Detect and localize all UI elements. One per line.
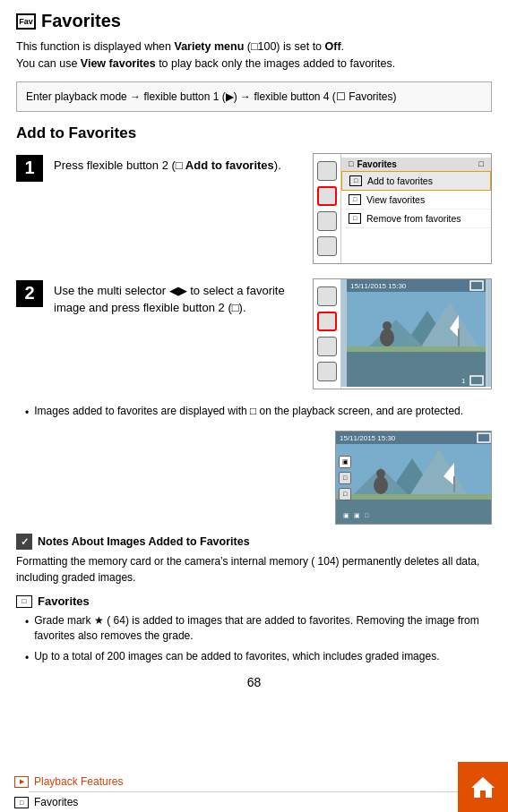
step-1-image: □ Favorites □ □ Add to favorites □ View … — [313, 153, 492, 264]
menu-item-remove-favorites: □ Remove from favorites — [341, 209, 491, 228]
home-icon — [469, 774, 496, 800]
menu-corner-icon: □ — [479, 159, 484, 168]
menu-header: □ Favorites □ — [341, 158, 491, 171]
bullet-text-1: Images added to favorites are displayed … — [34, 404, 463, 421]
menu-item-view-favorites: □ View favorites — [341, 191, 491, 209]
footer-playback-label: Playback Features — [34, 775, 123, 788]
step-2-text: Use the multi selector ◀▶ to select a fa… — [54, 278, 302, 317]
bullet-dot-1: • — [25, 406, 29, 421]
svg-point-23 — [374, 476, 388, 494]
second-sidebar-btn-1: ▣ — [339, 456, 351, 468]
svg-marker-31 — [471, 777, 495, 798]
fav-header: □ Favorites — [16, 594, 492, 608]
svg-point-8 — [380, 329, 394, 346]
svg-point-24 — [376, 469, 385, 478]
section-title-add-to-favorites: Add to Favorites — [16, 124, 492, 142]
bullet-section-1: • Images added to favorites are displaye… — [16, 404, 492, 421]
notes-text: Formatting the memory card or the camera… — [16, 553, 492, 585]
footer-nav: ▶ Playback Features □ Favorites — [0, 770, 508, 812]
camera-buttons-step2 — [314, 279, 340, 389]
fav-icon-box: □ — [16, 595, 32, 608]
svg-rect-6 — [458, 329, 460, 346]
svg-point-9 — [383, 321, 392, 330]
bullet-item-1: • Images added to favorites are displaye… — [25, 404, 492, 421]
second-sidebar-icons: ▣ □ □ — [339, 456, 351, 500]
page-header: Fav Favorites — [16, 11, 492, 31]
menu-add-icon: □ — [349, 175, 362, 186]
favorites-subsection: □ Favorites • Grade mark ★ ( 64) is adde… — [16, 594, 492, 665]
second-image-container: ▣ □ □ 15/11/2015 15:30 — [16, 431, 492, 525]
svg-text:▣: ▣ — [354, 512, 360, 518]
cam-btn-s2-3 — [317, 337, 337, 356]
fav-bullet-text-2: Up to a total of 200 images can be added… — [34, 649, 439, 666]
svg-text:1: 1 — [461, 377, 466, 385]
header-icon: Fav — [16, 13, 36, 30]
intro-text: This function is displayed when Variety … — [16, 38, 492, 73]
notes-box: ✓ Notes About Images Added to Favorites … — [16, 534, 492, 585]
menu-remove-icon: □ — [349, 213, 361, 224]
second-screen: ▣ □ □ 15/11/2015 15:30 — [335, 431, 492, 525]
photo-scene-svg: 15/11/2015 15:30 1 — [341, 279, 491, 387]
cam-btn-s2-2-active — [317, 312, 337, 331]
step-1-text: Press flexible button 2 (□ Add to favori… — [54, 153, 302, 175]
svg-rect-22 — [336, 494, 492, 500]
second-sidebar-btn-3: □ — [339, 488, 351, 500]
cam-btn-2-active — [317, 186, 337, 206]
cam-btn-s2-4 — [317, 362, 337, 381]
nav-instruction-box: Enter playback mode → flexible button 1 … — [16, 81, 492, 112]
fav-section-title: Favorites — [38, 594, 90, 608]
camera-screen-step2: 15/11/2015 15:30 1 — [340, 279, 491, 389]
menu-item-add-to-favorites: □ Add to favorites — [341, 171, 491, 191]
cam-btn-4 — [317, 236, 337, 256]
step-2-number: 2 — [16, 280, 43, 307]
svg-text:15/11/2015 15:30: 15/11/2015 15:30 — [340, 434, 396, 442]
menu-header-icon: □ — [349, 159, 353, 168]
home-button[interactable] — [458, 762, 508, 812]
page-title: Favorites — [41, 11, 121, 31]
footer-favorites-label: Favorites — [34, 796, 78, 808]
svg-rect-7 — [347, 346, 486, 352]
camera-screen-step1: □ Favorites □ □ Add to favorites □ View … — [340, 154, 491, 263]
step-1-row: 1 Press flexible button 2 (□ Add to favo… — [16, 153, 492, 264]
step-1-number: 1 — [16, 155, 43, 182]
camera-buttons-step1 — [314, 154, 340, 263]
svg-rect-21 — [453, 476, 455, 492]
footer-divider — [29, 791, 479, 792]
footer-playback-icon: ▶ — [14, 776, 29, 788]
second-camera-image: ▣ □ □ 15/11/2015 15:30 — [335, 431, 492, 525]
page-number: 68 — [16, 675, 492, 689]
footer-item-playback-features[interactable]: ▶ Playback Features — [14, 775, 494, 788]
checkmark-icon: ✓ — [16, 534, 32, 550]
step-2-image: 15/11/2015 15:30 1 — [313, 278, 492, 389]
svg-text:▣: ▣ — [343, 512, 349, 518]
notes-header: ✓ Notes About Images Added to Favorites — [16, 534, 492, 550]
footer-item-favorites[interactable]: □ Favorites — [14, 796, 494, 808]
fav-bullet-text-1: Grade mark ★ ( 64) is added to images th… — [34, 613, 492, 644]
second-photo-scene: 15/11/2015 15:30 ▣ ▣ □ — [336, 432, 492, 525]
cam-btn-3 — [317, 211, 337, 231]
footer-favorites-icon: □ — [14, 797, 29, 808]
fav-bullets: • Grade mark ★ ( 64) is added to images … — [16, 613, 492, 665]
footer: ▶ Playback Features □ Favorites — [0, 770, 508, 812]
step-2-row: 2 Use the multi selector ◀▶ to select a … — [16, 278, 492, 389]
fav-bullet-dot-1: • — [25, 615, 29, 644]
cam-btn-1 — [317, 161, 337, 181]
fav-bullet-2: • Up to a total of 200 images can be add… — [25, 649, 492, 666]
menu-view-icon: □ — [349, 194, 361, 205]
fav-bullet-dot-2: • — [25, 651, 29, 666]
photo-display-step2: 15/11/2015 15:30 1 — [341, 279, 491, 387]
cam-btn-s2-1 — [317, 286, 337, 306]
second-sidebar-btn-2: □ — [339, 472, 351, 484]
fav-bullet-1: • Grade mark ★ ( 64) is added to images … — [25, 613, 492, 644]
svg-text:15/11/2015 15:30: 15/11/2015 15:30 — [350, 282, 407, 290]
